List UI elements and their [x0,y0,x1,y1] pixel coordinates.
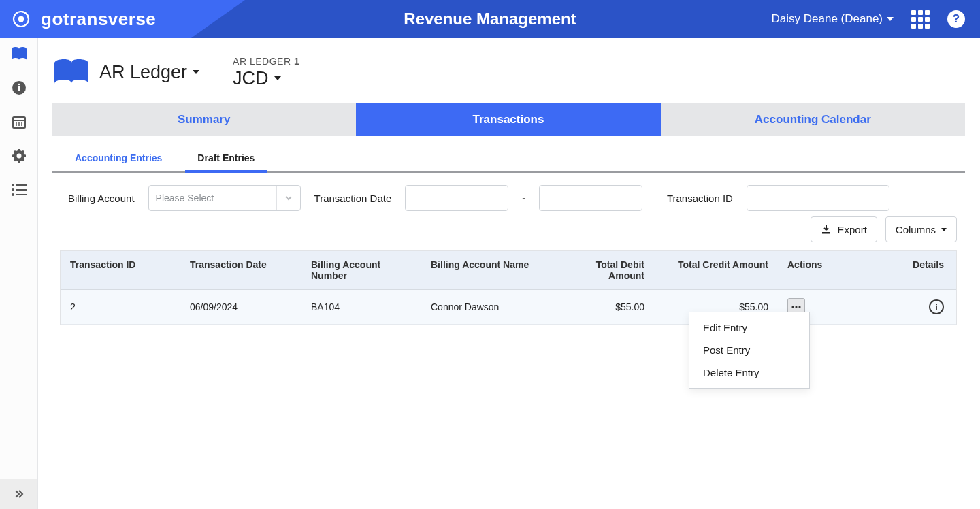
filters-row: Billing Account Please Select Transactio… [52,173,965,211]
section-selector[interactable]: AR Ledger [99,62,199,83]
svg-point-19 [791,306,794,308]
primary-tabs: Summary Transactions Accounting Calendar [52,103,965,136]
billing-account-placeholder: Please Select [156,193,214,203]
col-total-credit[interactable]: Total Credit Amount [654,251,778,289]
subtab-accounting-entries[interactable]: Accounting Entries [63,152,174,173]
export-label: Export [837,224,866,235]
transaction-date-to[interactable] [539,185,642,211]
col-actions: Actions [778,251,887,289]
svg-point-21 [798,306,800,308]
ledger-name: JCD [233,68,269,89]
svg-point-16 [12,193,14,196]
download-icon [821,224,832,235]
nav-ledger-icon[interactable] [10,45,28,63]
ledger-selector[interactable]: JCD [233,68,299,89]
row-details-button[interactable]: i [929,299,944,314]
page-header: AR Ledger AR LEDGER 1 JCD [52,38,965,99]
book-icon [52,58,91,86]
user-menu[interactable]: Daisy Deane (Deane) [772,12,894,26]
action-delete-entry[interactable]: Delete Entry [689,361,809,384]
col-billing-account-number[interactable]: Billing Account Number [301,251,421,289]
action-edit-entry[interactable]: Edit Entry [689,316,809,339]
brand-logo[interactable]: gotransverse [11,9,156,30]
col-details: Details [887,251,956,289]
caret-down-icon [941,228,947,231]
billing-account-label: Billing Account [68,193,135,204]
subtab-draft-entries[interactable]: Draft Entries [185,152,267,173]
left-nav-rail [0,38,38,509]
transaction-date-label: Transaction Date [314,193,392,204]
ledger-sub-label: AR LEDGER 1 [233,56,299,67]
columns-button[interactable]: Columns [885,216,957,242]
user-name: Daisy Deane (Deane) [772,12,883,26]
chevron-down-icon [276,186,293,210]
nav-list-icon[interactable] [10,181,28,199]
tab-summary[interactable]: Summary [52,103,356,136]
svg-rect-15 [16,189,27,191]
apps-icon[interactable] [911,10,930,29]
tab-accounting-calendar[interactable]: Accounting Calendar [661,103,965,136]
grid-toolbar: Export Columns [52,211,965,248]
svg-point-20 [795,306,797,308]
table-row: 2 06/09/2024 BA104 Connor Dawson $55.00 … [61,290,956,325]
caret-down-icon [274,76,281,80]
app-title: Revenue Management [404,10,576,29]
cell-billing-account-name: Connor Dawson [421,293,555,321]
transaction-id-label: Transaction ID [667,193,733,204]
svg-rect-18 [822,232,830,234]
billing-account-select[interactable]: Please Select [148,185,301,211]
svg-rect-17 [16,194,27,195]
columns-label: Columns [896,224,936,235]
caret-down-icon [887,17,894,21]
section-name: AR Ledger [99,62,187,83]
svg-rect-13 [16,184,27,186]
cell-transaction-id: 2 [61,293,180,321]
tab-transactions[interactable]: Transactions [356,103,660,136]
nav-calendar-icon[interactable] [10,113,28,131]
action-post-entry[interactable]: Post Entry [689,339,809,361]
svg-point-14 [12,188,14,191]
top-bar: gotransverse Revenue Management Daisy De… [0,0,980,38]
svg-rect-3 [18,86,20,91]
export-button[interactable]: Export [811,216,877,242]
date-range-separator: - [522,193,525,203]
col-billing-account-name[interactable]: Billing Account Name [421,251,555,289]
transaction-id-input[interactable] [747,185,889,211]
cell-billing-account-number: BA104 [301,293,421,321]
transaction-date-from[interactable] [405,185,508,211]
nav-info-icon[interactable] [10,79,28,97]
page-content: AR Ledger AR LEDGER 1 JCD Summary Transa… [38,38,980,509]
header-divider [216,53,216,91]
sub-tabs: Accounting Entries Draft Entries [52,136,965,173]
col-transaction-date[interactable]: Transaction Date [180,251,301,289]
brand-mark-icon [11,9,31,29]
nav-settings-icon[interactable] [10,147,28,165]
cell-transaction-date: 06/09/2024 [180,293,301,321]
brand-name: gotransverse [41,9,156,30]
col-total-debit[interactable]: Total Debit Amount [555,251,654,289]
svg-point-4 [18,84,20,86]
help-icon[interactable]: ? [947,10,965,28]
nav-expand-icon[interactable] [0,479,37,509]
entries-table: Transaction ID Transaction Date Billing … [60,250,957,325]
col-transaction-id[interactable]: Transaction ID [61,251,180,289]
svg-point-12 [12,184,14,186]
table-header: Transaction ID Transaction Date Billing … [61,251,956,290]
cell-total-debit: $55.00 [555,293,654,321]
row-actions-menu: Edit Entry Post Entry Delete Entry [689,312,810,389]
caret-down-icon [193,70,199,74]
svg-point-1 [18,16,24,22]
